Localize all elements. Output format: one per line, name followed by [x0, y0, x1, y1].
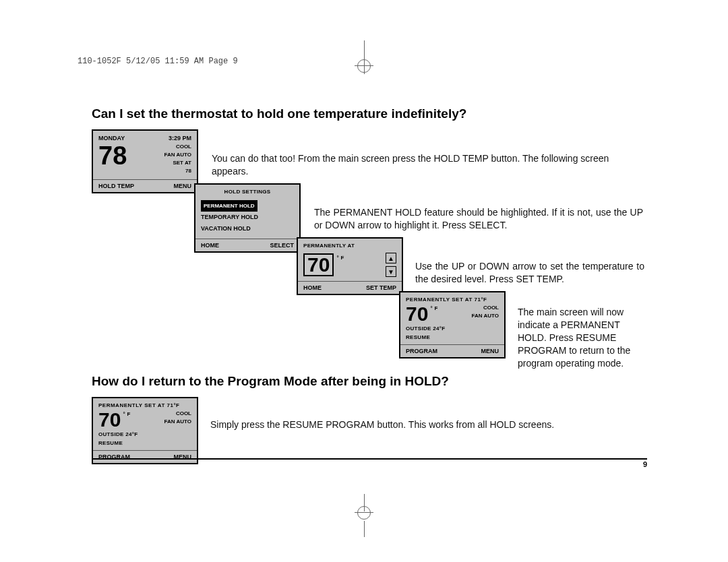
question-1-heading: Can I set the thermostat to hold one tem… — [92, 106, 647, 121]
permanently-set-title: PERMANENTLY SET AT 71°F — [406, 296, 499, 303]
paragraph-5: Simply press the RESUME PROGRAM button. … — [210, 418, 647, 431]
menu-button[interactable]: MENU — [174, 183, 192, 189]
up-arrow-button[interactable]: ▲ — [386, 253, 396, 263]
set-temp-button[interactable]: SET TEMP — [366, 284, 396, 291]
permanently-at-title: PERMANENTLY AT — [303, 243, 396, 249]
vacation-hold-option[interactable]: VACATION HOLD — [201, 223, 294, 235]
temp-value: 70 — [98, 410, 121, 430]
temp-unit: ° F — [430, 305, 437, 311]
resume-label-1: RESUME — [98, 440, 191, 446]
hold-screen-illustration: PERMANENTLY SET AT 71°F 70 ° F COOL FAN … — [92, 397, 198, 464]
outside-temp: OUTSIDE 24°F — [406, 325, 499, 332]
temp-unit: ° F — [336, 255, 344, 261]
permanently-at-screen: PERMANENTLY AT 70 ° F ▲ ▼ HOME S — [297, 237, 403, 295]
question-2-heading: How do I return to the Program Mode afte… — [92, 374, 647, 389]
main-screen-illustration: MONDAY 3:29 PM 78 COOL FAN AUTO SET AT 7… — [92, 129, 198, 193]
page-content: Can I set the thermostat to hold one tem… — [92, 106, 647, 464]
permanently-set-title: PERMANENTLY SET AT 71°F — [98, 402, 191, 408]
resume-program-button[interactable]: PROGRAM — [406, 348, 437, 354]
temp-unit: ° F — [123, 411, 130, 417]
print-header: 110-1052F 5/12/05 11:59 AM Page 9 — [78, 57, 238, 66]
permanent-hold-main-screen: PERMANENTLY SET AT 71°F 70 ° F COOL FAN … — [399, 291, 506, 358]
home-button[interactable]: HOME — [201, 242, 219, 249]
menu-button[interactable]: MENU — [481, 348, 499, 354]
footer-rule — [92, 458, 647, 460]
home-button[interactable]: HOME — [303, 284, 322, 291]
down-arrow-button[interactable]: ▼ — [386, 266, 396, 277]
manual-page: 110-1052F 5/12/05 11:59 AM Page 9 Can I … — [0, 0, 728, 562]
mode-label: COOL — [472, 304, 499, 312]
outside-temp: OUTSIDE 24°F — [98, 431, 191, 437]
setat-label: SET AT — [164, 159, 191, 167]
page-number: 9 — [92, 460, 647, 468]
hold-settings-title: HOLD SETTINGS — [201, 189, 294, 195]
paragraph-4: The main screen will now indicate a PERM… — [518, 306, 647, 369]
paragraph-2: The PERMANENT HOLD feature should be hig… — [314, 206, 643, 232]
fan-label: FAN AUTO — [472, 312, 499, 320]
set-temp-value: 70 — [303, 253, 334, 276]
time-label: 3:29 PM — [169, 135, 191, 142]
setat-value: 78 — [164, 167, 191, 175]
hold-temp-button[interactable]: HOLD TEMP — [98, 183, 134, 189]
mode-label: COOL — [164, 410, 191, 418]
paragraph-1: You can do that too! From the main scree… — [212, 152, 643, 178]
mode-label: COOL — [164, 143, 191, 151]
day-label: MONDAY — [98, 135, 125, 142]
select-button[interactable]: SELECT — [270, 242, 294, 249]
resume-label-1: RESUME — [406, 334, 499, 340]
temp-value: 70 — [406, 304, 428, 324]
fan-label: FAN AUTO — [164, 418, 191, 426]
hold-settings-screen: HOLD SETTINGS PERMANENT HOLD TEMPORARY H… — [194, 183, 301, 253]
current-temp: 78 — [98, 143, 127, 168]
fan-label: FAN AUTO — [164, 151, 191, 159]
crop-marks-bottom — [0, 494, 728, 521]
temporary-hold-option[interactable]: TEMPORARY HOLD — [201, 212, 294, 223]
paragraph-3: Use the UP or DOWN arrow to set the temp… — [415, 260, 644, 286]
permanent-hold-option[interactable]: PERMANENT HOLD — [201, 200, 257, 212]
